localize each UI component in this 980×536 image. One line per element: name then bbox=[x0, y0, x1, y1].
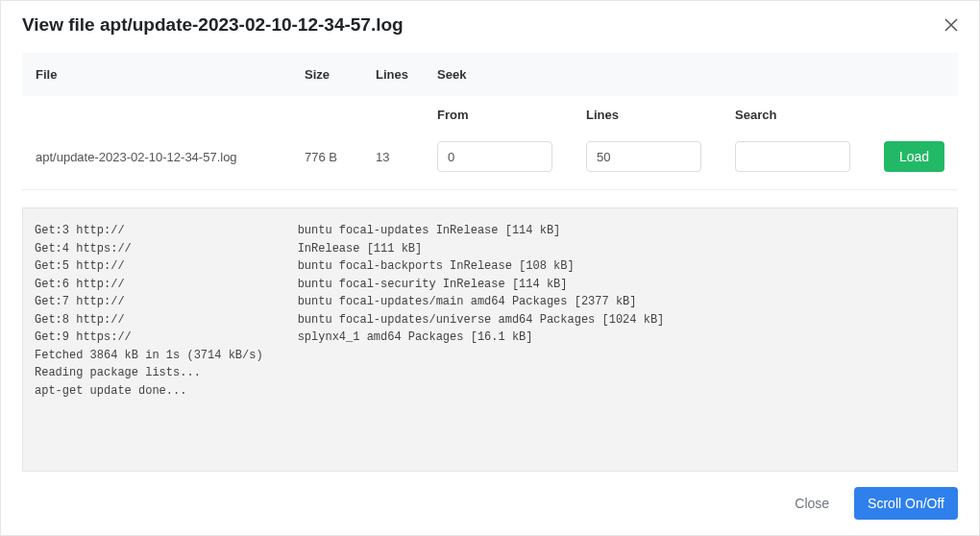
col-header-search: Search bbox=[735, 108, 884, 122]
close-button[interactable]: Close bbox=[785, 488, 839, 519]
col-header-lines: Lines bbox=[376, 67, 437, 82]
modal-body[interactable]: File Size Lines Seek From Lines Search a… bbox=[1, 53, 979, 472]
col-header-from: From bbox=[437, 108, 586, 122]
seek-lines-input[interactable] bbox=[586, 141, 701, 172]
file-info-table: File Size Lines Seek From Lines Search a… bbox=[22, 53, 958, 190]
modal-footer: Close Scroll On/Off bbox=[1, 472, 979, 535]
table-header-row: File Size Lines Seek bbox=[22, 53, 958, 96]
modal-header: View file apt/update-2023-02-10-12-34-57… bbox=[1, 1, 979, 53]
col-header-size: Size bbox=[305, 67, 376, 82]
search-input[interactable] bbox=[735, 141, 850, 172]
modal-title: View file apt/update-2023-02-10-12-34-57… bbox=[22, 14, 404, 36]
log-content-viewer[interactable]: Get:3 http:// buntu focal-updates InRele… bbox=[22, 207, 958, 472]
col-header-seek-lines: Lines bbox=[586, 108, 735, 122]
scroll-toggle-button[interactable]: Scroll On/Off bbox=[854, 487, 958, 520]
table-subheader-row: From Lines Search bbox=[22, 96, 958, 134]
load-button[interactable]: Load bbox=[884, 141, 944, 172]
log-viewer-modal: View file apt/update-2023-02-10-12-34-57… bbox=[1, 1, 979, 535]
col-header-file: File bbox=[36, 67, 305, 82]
file-size-cell: 776 B bbox=[305, 150, 376, 164]
file-lines-cell: 13 bbox=[376, 150, 437, 164]
table-data-row: apt/update-2023-02-10-12-34-57.log 776 B… bbox=[22, 134, 958, 189]
col-header-seek: Seek bbox=[437, 67, 944, 82]
close-icon[interactable] bbox=[943, 16, 960, 34]
seek-from-input[interactable] bbox=[437, 141, 552, 172]
file-name-cell: apt/update-2023-02-10-12-34-57.log bbox=[36, 150, 305, 164]
